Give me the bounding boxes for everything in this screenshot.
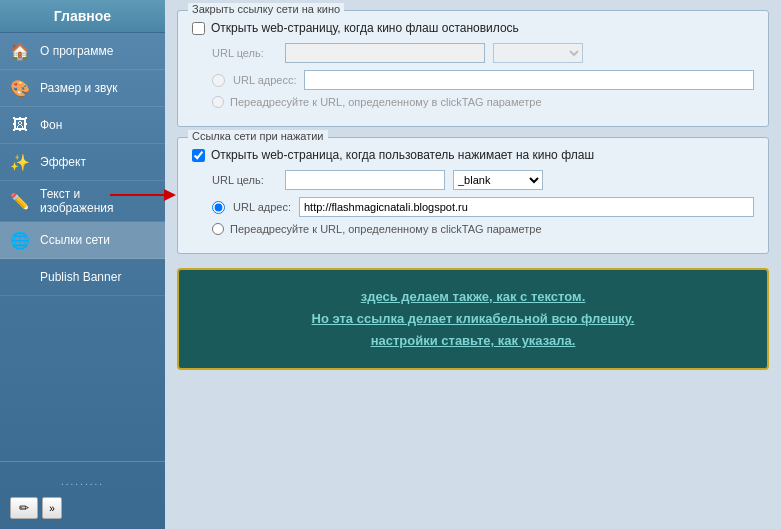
section1-redirect-label: Переадресуйте к URL, определенному в cli… xyxy=(230,96,542,108)
sidebar-item-text-images-label: Текст и изображения xyxy=(40,187,157,215)
section1-redirect-radio[interactable] xyxy=(212,96,224,108)
background-icon: 🖼 xyxy=(8,113,32,137)
sidebar: Главное 🏠 О программе 🎨 Размер и звук 🖼 … xyxy=(0,0,165,529)
expand-icon: » xyxy=(49,503,55,514)
main-content: Закрыть ссылку сети на кино Открыть web-… xyxy=(165,0,781,529)
info-line1[interactable]: здесь делаем также, как с текстом. xyxy=(203,286,743,308)
section-network-link-click: Ссылка сети при нажатии Открыть web-стра… xyxy=(177,137,769,254)
info-line3[interactable]: настройки ставьте, как указала. xyxy=(203,330,743,352)
section1-checkbox-row: Открыть web-страницу, когда кино флаш ос… xyxy=(192,21,754,35)
publish-banner-icon xyxy=(8,265,32,289)
section1-url-target-input[interactable] xyxy=(285,43,485,63)
sidebar-item-text-images[interactable]: ✏️ Текст и изображения xyxy=(0,181,165,222)
section-close-network-link: Закрыть ссылку сети на кино Открыть web-… xyxy=(177,10,769,127)
section2-url-address-input[interactable] xyxy=(299,197,754,217)
section2-url-address-label: URL адрес: xyxy=(233,201,291,213)
sidebar-item-about-label: О программе xyxy=(40,44,113,58)
section2-url-address-radio[interactable] xyxy=(212,201,225,214)
info-line2[interactable]: Но эта ссылка делает кликабельной всю фл… xyxy=(203,308,743,330)
section1-url-address-radio[interactable] xyxy=(212,74,225,87)
section2-url-target-row: URL цель: _blank _self _parent _top xyxy=(192,170,754,190)
size-sound-icon: 🎨 xyxy=(8,76,32,100)
sidebar-title: Главное xyxy=(0,0,165,33)
sidebar-item-effect-label: Эффект xyxy=(40,155,86,169)
section2-redirect-label: Переадресуйте к URL, определенному в cli… xyxy=(230,223,542,235)
section1-legend: Закрыть ссылку сети на кино xyxy=(188,3,344,15)
section2-legend: Ссылка сети при нажатии xyxy=(188,130,328,142)
home-icon: 🏠 xyxy=(8,39,32,63)
section1-checkbox[interactable] xyxy=(192,22,205,35)
section2-checkbox-row: Открыть web-страница, когда пользователь… xyxy=(192,148,754,162)
section2-checkbox-label[interactable]: Открыть web-страница, когда пользователь… xyxy=(192,148,594,162)
info-box: здесь делаем также, как с текстом. Но эт… xyxy=(177,268,769,370)
section1-url-address-input[interactable] xyxy=(304,70,754,90)
sidebar-item-size-sound[interactable]: 🎨 Размер и звук xyxy=(0,70,165,107)
section1-url-address-label: URL адресс: xyxy=(233,74,296,86)
section2-checkbox[interactable] xyxy=(192,149,205,162)
section2-redirect-row: Переадресуйте к URL, определенному в cli… xyxy=(192,223,754,235)
sidebar-dots: ......... xyxy=(10,472,155,491)
sidebar-item-size-sound-label: Размер и звук xyxy=(40,81,117,95)
text-images-icon: ✏️ xyxy=(8,189,32,213)
section2-url-target-input[interactable] xyxy=(285,170,445,190)
sidebar-item-network-links-label: Ссылки сети xyxy=(40,233,110,247)
sidebar-item-background[interactable]: 🖼 Фон xyxy=(0,107,165,144)
section2-url-address-row: URL адрес: xyxy=(192,197,754,217)
section2-url-target-select[interactable]: _blank _self _parent _top xyxy=(453,170,543,190)
sidebar-item-about[interactable]: 🏠 О программе xyxy=(0,33,165,70)
network-links-icon: 🌐 xyxy=(8,228,32,252)
sidebar-bottom-buttons: ✏ » xyxy=(10,497,155,519)
sidebar-item-effect[interactable]: ✨ Эффект xyxy=(0,144,165,181)
section2-checkbox-text: Открыть web-страница, когда пользователь… xyxy=(211,148,594,162)
sidebar-item-publish-banner-label: Publish Banner xyxy=(40,270,121,284)
sidebar-item-background-label: Фон xyxy=(40,118,62,132)
section1-url-address-row: URL адресс: xyxy=(192,70,754,90)
section1-url-target-label: URL цель: xyxy=(212,47,277,59)
sidebar-expand-button[interactable]: » xyxy=(42,497,62,519)
edit-icon: ✏ xyxy=(19,501,29,515)
section1-checkbox-text: Открыть web-страницу, когда кино флаш ос… xyxy=(211,21,519,35)
section2-redirect-radio[interactable] xyxy=(212,223,224,235)
effect-icon: ✨ xyxy=(8,150,32,174)
section1-url-target-row: URL цель: xyxy=(192,43,754,63)
sidebar-bottom: ......... ✏ » xyxy=(0,461,165,529)
section1-checkbox-label[interactable]: Открыть web-страницу, когда кино флаш ос… xyxy=(192,21,519,35)
section1-redirect-row: Переадресуйте к URL, определенному в cli… xyxy=(192,96,754,108)
section1-url-target-select[interactable] xyxy=(493,43,583,63)
section2-url-target-label: URL цель: xyxy=(212,174,277,186)
sidebar-item-publish-banner[interactable]: Publish Banner xyxy=(0,259,165,296)
sidebar-item-network-links[interactable]: 🌐 Ссылки сети xyxy=(0,222,165,259)
sidebar-edit-button[interactable]: ✏ xyxy=(10,497,38,519)
